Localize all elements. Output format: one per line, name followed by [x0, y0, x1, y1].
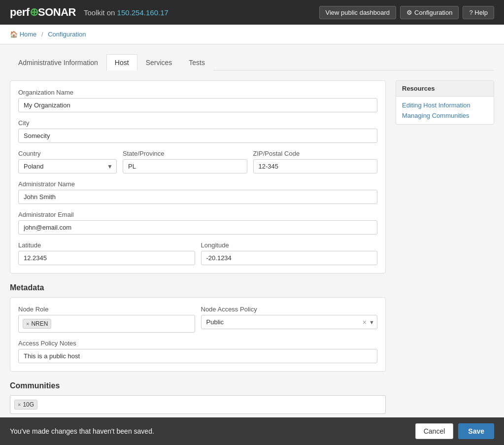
access-policy-notes-group: Access Policy Notes [18, 340, 377, 363]
managing-communities-link[interactable]: Managing Communities [402, 112, 488, 119]
admin-name-group: Administrator Name [18, 180, 377, 204]
view-dashboard-button[interactable]: View public dashboard [319, 6, 397, 19]
access-policy-notes-label: Access Policy Notes [18, 340, 377, 347]
tab-host[interactable]: Host [106, 54, 137, 70]
logo: perf⊕SONAR Toolkit on 150.254.160.17 [10, 6, 168, 19]
sidebar: Resources Editing Host Information Manag… [396, 80, 494, 125]
resources-heading: Resources [396, 81, 494, 97]
city-label: City [18, 119, 377, 127]
city-group: City [18, 119, 377, 143]
latitude-label: Latitude [18, 241, 195, 249]
breadcrumb-separator: / [41, 31, 43, 38]
toolkit-info: Toolkit on 150.254.160.17 [84, 8, 168, 17]
metadata-form-box: Node Role × NREN Node Access Policy [10, 297, 386, 372]
tab-services[interactable]: Services [137, 54, 181, 70]
resources-box: Resources Editing Host Information Manag… [396, 80, 494, 125]
node-role-tag-value: NREN [31, 320, 48, 327]
community-tag-value: 10G [23, 401, 34, 408]
admin-name-input[interactable] [18, 190, 377, 204]
configuration-button[interactable]: ⚙ Configuration [400, 6, 459, 19]
metadata-heading: Metadata [10, 283, 386, 292]
country-select-wrapper: Poland United States Germany France ▼ [18, 159, 117, 173]
node-role-group: Node Role × NREN [18, 306, 195, 333]
node-access-policy-select[interactable]: Public Private [201, 315, 378, 329]
node-role-tag: × NREN [23, 319, 51, 329]
breadcrumb-home[interactable]: Home [20, 31, 37, 38]
communities-heading: Communities [10, 381, 386, 390]
tab-admin-information[interactable]: Administrative Information [10, 54, 106, 70]
gear-icon: ⚙ [406, 9, 412, 16]
city-input[interactable] [18, 129, 377, 143]
cancel-button[interactable]: Cancel [415, 423, 454, 435]
access-policy-notes-input[interactable] [18, 349, 377, 363]
zip-label: ZIP/Postal Code [253, 150, 378, 157]
org-name-group: Organization Name [18, 89, 377, 112]
node-role-label: Node Role [18, 306, 195, 313]
save-button[interactable]: Save [458, 423, 494, 435]
country-group: Country Poland United States Germany Fra… [18, 150, 117, 173]
home-icon: 🏠 [10, 31, 18, 38]
node-access-policy-select-wrapper: Public Private × ▼ [201, 315, 378, 329]
main-content: Administrative Information Host Services… [0, 44, 504, 435]
longitude-label: Longitude [201, 241, 378, 249]
longitude-group: Longitude [201, 241, 378, 265]
admin-name-label: Administrator Name [18, 180, 377, 188]
access-policy-clear-icon[interactable]: × [363, 318, 367, 326]
help-button[interactable]: ? Help [463, 6, 494, 19]
country-label: Country [18, 150, 117, 157]
state-label: State/Province [123, 150, 247, 157]
help-label: ? Help [469, 9, 488, 16]
resources-links: Editing Host Information Managing Commun… [396, 97, 494, 124]
unsaved-changes-message: You've made changes that haven't been sa… [10, 427, 154, 435]
breadcrumb: 🏠 Home / Configuration [0, 25, 504, 44]
latitude-group: Latitude [18, 241, 195, 265]
content-layout: Organization Name City Country Poland [10, 80, 494, 425]
node-access-policy-group: Node Access Policy Public Private × ▼ [201, 306, 378, 333]
admin-email-label: Administrator Email [18, 211, 377, 218]
node-role-row: Node Role × NREN Node Access Policy [18, 306, 377, 333]
node-access-policy-label: Node Access Policy [201, 306, 378, 313]
main-panel: Organization Name City Country Poland [10, 80, 386, 425]
header: perf⊕SONAR Toolkit on 150.254.160.17 Vie… [0, 0, 504, 25]
configuration-label: Configuration [414, 9, 452, 16]
community-tag: × 10G [14, 400, 37, 410]
zip-group: ZIP/Postal Code [253, 150, 378, 173]
admin-email-input[interactable] [18, 220, 377, 235]
zip-input[interactable] [253, 159, 378, 173]
tabs: Administrative Information Host Services… [10, 54, 494, 70]
save-bar: You've made changes that haven't been sa… [0, 417, 504, 435]
community-tag-remove-icon[interactable]: × [18, 402, 21, 408]
breadcrumb-current[interactable]: Configuration [48, 31, 86, 38]
ip-address: 150.254.160.17 [117, 8, 168, 17]
header-buttons: View public dashboard ⚙ Configuration ? … [319, 6, 494, 19]
org-name-input[interactable] [18, 98, 377, 112]
admin-email-group: Administrator Email [18, 211, 377, 235]
save-bar-buttons: Cancel Save [415, 423, 494, 435]
communities-tag-input[interactable]: × 10G [10, 395, 386, 414]
longitude-input[interactable] [201, 251, 378, 265]
coords-row: Latitude Longitude [18, 241, 377, 265]
node-role-tag-input[interactable]: × NREN [18, 315, 195, 333]
country-select[interactable]: Poland United States Germany France [18, 159, 117, 173]
logo-text: perf⊕SONAR [10, 6, 76, 19]
host-info-form-box: Organization Name City Country Poland [10, 80, 386, 274]
state-input[interactable] [123, 159, 247, 173]
country-row: Country Poland United States Germany Fra… [18, 150, 377, 173]
state-group: State/Province [123, 150, 247, 173]
tag-remove-icon[interactable]: × [26, 321, 29, 327]
metadata-section: Metadata Node Role × NREN [10, 283, 386, 372]
latitude-input[interactable] [18, 251, 195, 265]
tab-tests[interactable]: Tests [180, 54, 213, 70]
editing-host-info-link[interactable]: Editing Host Information [402, 102, 488, 109]
view-dashboard-label: View public dashboard [326, 9, 390, 16]
org-name-label: Organization Name [18, 89, 377, 96]
